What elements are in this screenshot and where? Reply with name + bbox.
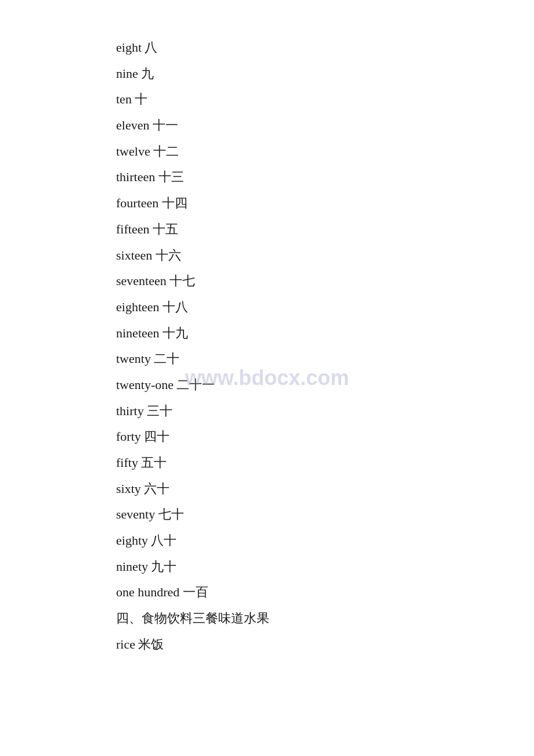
list-item: forty 四十 (116, 424, 534, 450)
list-item: sixty 六十 (116, 476, 534, 502)
list-item: eight 八 (116, 35, 534, 61)
list-item: seventeen 十七 (116, 268, 534, 294)
list-item: nineteen 十九 (116, 321, 534, 347)
list-item: eighty 八十 (116, 528, 534, 554)
list-item: nine 九 (116, 61, 534, 87)
content-area: eight 八nine 九ten 十eleven 十一twelve 十二thir… (116, 35, 534, 658)
list-item: ninety 九十 (116, 554, 534, 580)
list-item: twenty 二十 (116, 346, 534, 372)
list-item: fifteen 十五 (116, 217, 534, 243)
list-item: fourteen 十四 (116, 190, 534, 217)
list-item: fifty 五十 (116, 450, 534, 476)
list-item: twenty-one 二十一 (116, 372, 534, 398)
list-item: rice 米饭 (116, 632, 534, 658)
list-item: sixteen 十六 (116, 243, 534, 269)
list-item: seventy 七十 (116, 502, 534, 528)
list-item: thirty 三十 (116, 398, 534, 424)
list-item: one hundred 一百 (116, 579, 534, 606)
list-item: eleven 十一 (116, 113, 534, 139)
list-item: twelve 十二 (116, 139, 534, 165)
list-item: thirteen 十三 (116, 164, 534, 190)
list-item: 四、食物饮料三餐味道水果 (116, 606, 534, 632)
list-item: eighteen 十八 (116, 294, 534, 321)
list-item: ten 十 (116, 87, 534, 113)
